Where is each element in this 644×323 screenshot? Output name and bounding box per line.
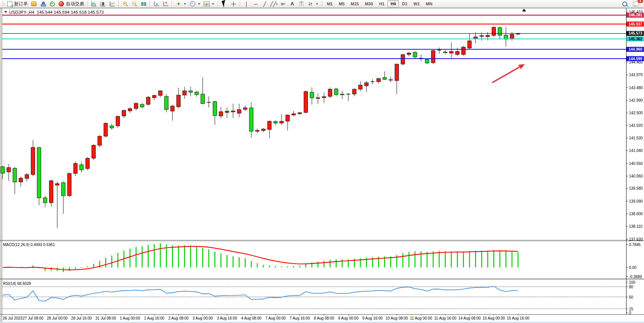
bar-chart-icon bbox=[91, 1, 97, 7]
label-tool-button[interactable]: T bbox=[297, 0, 306, 8]
date-tick-label: 2 Aug 08:00 bbox=[168, 316, 189, 320]
crosshair-tool-button[interactable] bbox=[229, 0, 238, 8]
search-icon bbox=[622, 1, 628, 7]
date-tick-label: 31 Jul 08:00 bbox=[96, 316, 116, 320]
date-tick-label: 1 Aug 16:00 bbox=[144, 316, 165, 320]
text-icon: A bbox=[289, 1, 295, 7]
timeframe-button-M5[interactable]: M5 bbox=[336, 0, 348, 7]
date-tick-label: 3 Aug 00:00 bbox=[193, 316, 213, 320]
clock-icon bbox=[190, 1, 196, 7]
price-tag-label: 145.937 bbox=[628, 22, 642, 26]
chart-window-background bbox=[2, 8, 644, 322]
price-tag-label: 145.362 bbox=[628, 37, 642, 41]
date-tick-label: 27 Jul 08:00 bbox=[22, 316, 43, 320]
price-tick-label: 137.620 bbox=[629, 237, 643, 241]
vertical-line-tool-button[interactable]: │ bbox=[242, 0, 251, 8]
autotrading-icon bbox=[58, 1, 64, 7]
person-icon bbox=[40, 1, 46, 7]
periods-button[interactable]: ▼ bbox=[188, 0, 202, 8]
toolbar-separator bbox=[218, 1, 218, 7]
channel-icon: ╱╱E bbox=[271, 1, 277, 7]
auto-scroll-icon bbox=[153, 1, 159, 7]
dropdown-arrow-icon: ▼ bbox=[316, 2, 319, 6]
template-icon bbox=[204, 1, 210, 7]
horizontal-line-tool-button[interactable]: ─ bbox=[251, 0, 260, 8]
timeframe-button-D1[interactable]: D1 bbox=[399, 0, 410, 7]
date-tick-label: 7 Aug 00:00 bbox=[265, 316, 286, 320]
channel-tool-button[interactable]: ╱╱E bbox=[269, 0, 279, 8]
add-indicator-icon: + bbox=[175, 1, 182, 7]
signal-icon bbox=[49, 1, 55, 7]
tile-windows-icon bbox=[140, 1, 147, 7]
timeframe-button-M15[interactable]: M15 bbox=[348, 0, 362, 7]
date-tick-label: 28 Jul 00:00 bbox=[47, 316, 68, 320]
price-tick-label: 143.970 bbox=[629, 73, 643, 77]
crosshair-icon bbox=[231, 1, 237, 7]
chart-shift-icon bbox=[163, 1, 169, 7]
templates-button[interactable]: ▼ bbox=[202, 0, 216, 8]
zoom-out-button[interactable] bbox=[130, 0, 139, 8]
fibonacci-tool-button[interactable]: ≡F bbox=[279, 0, 288, 8]
signals-button[interactable] bbox=[48, 0, 57, 8]
chart-canvas[interactable]: 146.410144.460143.970143.480142.990142.5… bbox=[0, 0, 644, 323]
date-tick-label: 11 Aug 16:00 bbox=[434, 316, 457, 320]
arrows-tool-button[interactable]: ▼ bbox=[306, 0, 320, 8]
date-tick-label: 28 Jul 16:00 bbox=[71, 316, 92, 320]
zoom-in-icon bbox=[122, 1, 128, 7]
date-tick-label: 11 Aug 00:00 bbox=[410, 316, 432, 320]
line-chart-button[interactable] bbox=[108, 0, 117, 8]
timeframe-button-M1[interactable]: M1 bbox=[324, 0, 336, 7]
price-tag-label: 145.573 bbox=[628, 31, 642, 35]
price-tick-label: 143.480 bbox=[629, 86, 643, 90]
chart-shift-button[interactable] bbox=[161, 0, 170, 8]
market-watch-button[interactable] bbox=[38, 0, 48, 8]
text-tool-button[interactable]: A bbox=[288, 0, 297, 8]
timeframe-button-H4[interactable]: H4 bbox=[387, 0, 399, 7]
cursor-tool-button[interactable] bbox=[220, 0, 229, 8]
search-button[interactable] bbox=[620, 0, 629, 8]
cursor-icon bbox=[222, 1, 228, 7]
toolbar-grip bbox=[87, 1, 88, 6]
new-order-button[interactable]: 新订单 bbox=[5, 0, 29, 8]
notifications-button[interactable]: 1 bbox=[631, 0, 641, 8]
auto-scroll-button[interactable] bbox=[152, 0, 161, 8]
timeframe-toolbar: M1M5M15M30H1H4D1W1MN bbox=[324, 0, 435, 7]
price-tick-label: 140.060 bbox=[629, 174, 643, 178]
macd-tick-label: 0.7845 bbox=[629, 243, 641, 247]
timeframe-button-MN[interactable]: MN bbox=[423, 0, 435, 7]
date-tick-label: 15 Aug 16:00 bbox=[507, 316, 529, 320]
text-label-icon: T bbox=[298, 1, 304, 7]
rsi-tick-label: 100 bbox=[629, 280, 636, 285]
timeframe-button-W1[interactable]: W1 bbox=[410, 0, 423, 7]
main-toolbar: 新订单 自动交易 bbox=[0, 0, 644, 8]
tile-windows-button[interactable] bbox=[139, 0, 148, 8]
dropdown-arrow-icon: ▼ bbox=[212, 2, 215, 6]
macd-tick-label: 0.00 bbox=[629, 265, 637, 270]
new-order-label: 新订单 bbox=[14, 1, 28, 7]
charts-profile-button[interactable] bbox=[29, 0, 38, 8]
price-tick-label: 139.580 bbox=[629, 186, 643, 190]
trendline-tool-button[interactable]: ╱ bbox=[260, 0, 269, 8]
add-indicator-button[interactable]: + ▼ bbox=[174, 0, 188, 8]
autotrading-button[interactable]: 自动交易 bbox=[57, 0, 86, 8]
macd-label: MACD(12,26,9) 0.4993 0.5361 bbox=[3, 243, 55, 247]
toolbar-separator bbox=[150, 1, 150, 7]
terminal-window: 新订单 自动交易 bbox=[0, 0, 644, 323]
timeframe-button-H1[interactable]: H1 bbox=[376, 0, 387, 7]
candle-chart-button[interactable] bbox=[99, 0, 108, 8]
timeframe-button-M30[interactable]: M30 bbox=[362, 0, 376, 7]
zoom-in-button[interactable] bbox=[121, 0, 130, 8]
price-tag-label: 144.960 bbox=[628, 47, 642, 51]
price-tick-label: 141.530 bbox=[629, 136, 643, 140]
date-tick-label: 9 Aug 16:00 bbox=[362, 316, 383, 320]
trendline-icon: ╱ bbox=[262, 1, 268, 7]
fibonacci-icon: ≡F bbox=[280, 1, 286, 7]
bar-chart-button[interactable] bbox=[89, 0, 99, 8]
date-tick-label: 10 Aug 08:00 bbox=[386, 316, 408, 320]
line-chart-icon bbox=[109, 1, 115, 7]
macd-tick-label: -0.3689 bbox=[629, 275, 642, 279]
price-tick-label: 140.550 bbox=[629, 162, 643, 166]
notification-badge: 1 bbox=[638, 0, 643, 3]
candle-chart-icon bbox=[100, 1, 106, 7]
date-tick-label: 26 Jul 2023 bbox=[3, 316, 22, 320]
